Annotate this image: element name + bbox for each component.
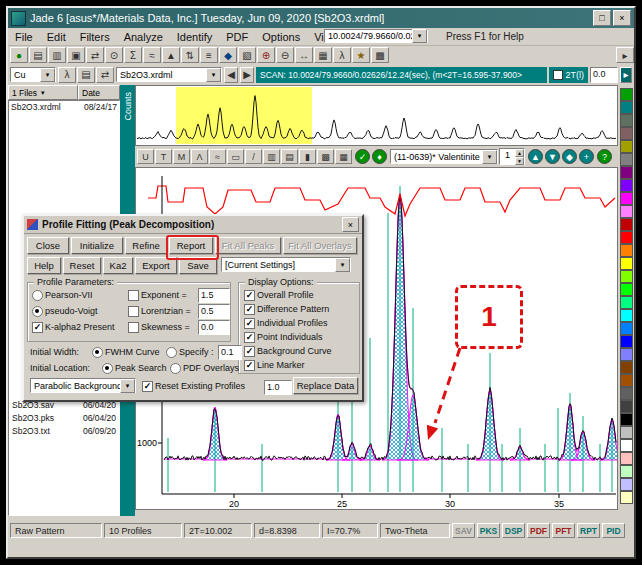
- add-round-icon[interactable]: +: [579, 149, 594, 164]
- menu-edit[interactable]: Edit: [40, 30, 73, 44]
- palette-color-5[interactable]: [620, 153, 633, 166]
- combo-arrow-icon[interactable]: ▾: [40, 68, 55, 82]
- palette-color-1[interactable]: [620, 101, 633, 114]
- menu-file[interactable]: File: [8, 30, 40, 44]
- combo-arrow-icon[interactable]: ▾: [335, 258, 350, 272]
- toolbar-scroll-right-icon[interactable]: ▸: [616, 47, 634, 63]
- palette-color-26[interactable]: [620, 426, 633, 439]
- record-icon[interactable]: ●: [10, 47, 28, 63]
- marker-tool-icon[interactable]: M: [173, 149, 190, 164]
- palette-color-24[interactable]: [620, 400, 633, 413]
- apply-fit-icon[interactable]: ✓: [355, 149, 370, 164]
- palette-color-20[interactable]: [620, 348, 633, 361]
- palette-color-27[interactable]: [620, 439, 633, 452]
- palette-color-16[interactable]: [620, 296, 633, 309]
- peak-icon[interactable]: ▲: [162, 47, 180, 63]
- hatch-icon[interactable]: ▩: [371, 47, 389, 63]
- palette-color-18[interactable]: [620, 322, 633, 335]
- report-button[interactable]: Report: [169, 237, 213, 254]
- pearson-vii-radio[interactable]: [32, 290, 43, 301]
- skewness-field[interactable]: 0.0: [198, 320, 230, 335]
- grid-tool-icon[interactable]: ▦: [335, 149, 352, 164]
- target-icon[interactable]: ⊙: [105, 47, 123, 63]
- open-file-icon[interactable]: ▤: [29, 47, 47, 63]
- pdf-button[interactable]: PDF: [527, 523, 550, 538]
- palette-color-13[interactable]: [620, 257, 633, 270]
- palette-color-19[interactable]: [620, 335, 633, 348]
- twotheta-field[interactable]: 0.0: [590, 67, 618, 83]
- ka2-button[interactable]: Ka2: [103, 257, 133, 274]
- swap-icon[interactable]: ⇄: [86, 47, 104, 63]
- palette-color-10[interactable]: [620, 218, 633, 231]
- lambda-icon[interactable]: λ: [333, 47, 351, 63]
- exchange-icon[interactable]: ⇄: [96, 67, 114, 83]
- lorentzian-checkbox[interactable]: [128, 306, 139, 317]
- kalpha2-checkbox[interactable]: ✓: [32, 322, 43, 333]
- spin-down-icon[interactable]: ▼: [515, 157, 524, 165]
- add-icon[interactable]: ⊕: [257, 47, 275, 63]
- layout-icon[interactable]: ▤: [281, 149, 298, 164]
- combo-arrow-icon[interactable]: ▾: [412, 29, 427, 43]
- specify-radio[interactable]: [166, 347, 177, 358]
- reset-button[interactable]: Reset: [63, 257, 101, 274]
- palette-color-17[interactable]: [620, 309, 633, 322]
- diamond-icon[interactable]: ◆: [219, 47, 237, 63]
- sav-button[interactable]: SAV: [452, 523, 475, 538]
- palette-color-14[interactable]: [620, 270, 633, 283]
- palette-color-2[interactable]: [620, 114, 633, 127]
- peak-search-radio[interactable]: [102, 363, 113, 374]
- skewness-checkbox[interactable]: [128, 322, 139, 333]
- phase-combo[interactable]: (11-0639)* Valentinite ▾: [390, 149, 498, 164]
- sort-icon[interactable]: ⇅: [181, 47, 199, 63]
- line-marker-checkbox[interactable]: ✓: [244, 360, 255, 371]
- settings-combo[interactable]: [Current Settings] ▾: [221, 257, 351, 272]
- palette-color-25[interactable]: [620, 413, 633, 426]
- save-icon[interactable]: ▥: [48, 47, 66, 63]
- combo-arrow-icon[interactable]: ▾: [120, 379, 135, 393]
- palette-color-6[interactable]: [620, 166, 633, 179]
- slope-icon[interactable]: /: [245, 149, 262, 164]
- palette-color-9[interactable]: [620, 205, 633, 218]
- help-button[interactable]: Help: [27, 257, 61, 274]
- dialog-titlebar[interactable]: Profile Fitting (Peak Decomposition) ×: [24, 216, 362, 234]
- peak-tool-icon[interactable]: Λ: [191, 149, 208, 164]
- exponent-field[interactable]: 1.5: [198, 288, 230, 303]
- difference-pattern-checkbox[interactable]: ✓: [244, 304, 255, 315]
- hatch-tool-icon[interactable]: ▩: [317, 149, 334, 164]
- palette-color-31[interactable]: [620, 491, 633, 504]
- dialog-close-icon[interactable]: ×: [342, 217, 359, 232]
- point-individuals-checkbox[interactable]: ✓: [244, 332, 255, 343]
- file-combo[interactable]: Sb2O3.xrdml ▾: [116, 67, 222, 82]
- smooth-tool-icon[interactable]: ≈: [209, 149, 226, 164]
- combo-arrow-icon[interactable]: ▾: [206, 68, 221, 82]
- palette-color-12[interactable]: [620, 244, 633, 257]
- file-row[interactable]: Sb2O3.txt06/09/20: [10, 425, 118, 438]
- pseudo-voigt-radio[interactable]: [32, 306, 43, 317]
- bar-icon[interactable]: ▮: [299, 149, 316, 164]
- spin-up-icon[interactable]: ▲: [515, 149, 524, 157]
- fwhm-curve-radio[interactable]: [92, 347, 103, 358]
- palette-color-4[interactable]: [620, 140, 633, 153]
- close-icon[interactable]: ×: [613, 10, 631, 26]
- scan-range-combo[interactable]: 10.0024/79.9660/0.02626 ▾: [324, 29, 428, 43]
- wavelength-icon[interactable]: λ: [58, 67, 76, 83]
- sum-icon[interactable]: Σ: [124, 47, 142, 63]
- palette-color-0[interactable]: [620, 88, 633, 101]
- status-2theta[interactable]: 2T=10.002: [184, 523, 252, 538]
- theta-icon[interactable]: T: [155, 149, 172, 164]
- close-button[interactable]: Close: [27, 237, 69, 254]
- stack-round-icon[interactable]: ◆: [562, 149, 577, 164]
- pdf-line-spinner[interactable]: 1 ▲ ▼: [499, 148, 525, 165]
- replace-data-button[interactable]: Replace Data: [293, 377, 358, 394]
- restore-icon[interactable]: □: [593, 10, 611, 26]
- individual-profiles-checkbox[interactable]: ✓: [244, 318, 255, 329]
- palette-color-30[interactable]: [620, 478, 633, 491]
- status-pattern[interactable]: Raw Pattern: [10, 523, 102, 538]
- next-scan-icon[interactable]: ▶: [240, 67, 254, 83]
- scanbar-scroll-icon[interactable]: ▸: [620, 67, 632, 83]
- background-curve-checkbox[interactable]: ✓: [244, 346, 255, 357]
- palette-color-11[interactable]: [620, 231, 633, 244]
- twotheta-checkbox[interactable]: [553, 70, 563, 80]
- pdf-overlays-radio[interactable]: [170, 363, 181, 374]
- help-round-button[interactable]: ?: [597, 149, 612, 164]
